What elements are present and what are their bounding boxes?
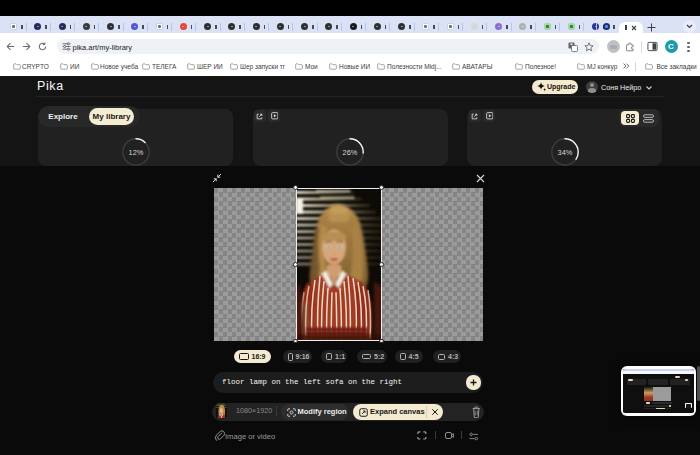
svg-text:12%: 12% [128, 148, 143, 157]
svg-text:34%: 34% [557, 148, 572, 157]
svg-text:26%: 26% [343, 148, 358, 157]
